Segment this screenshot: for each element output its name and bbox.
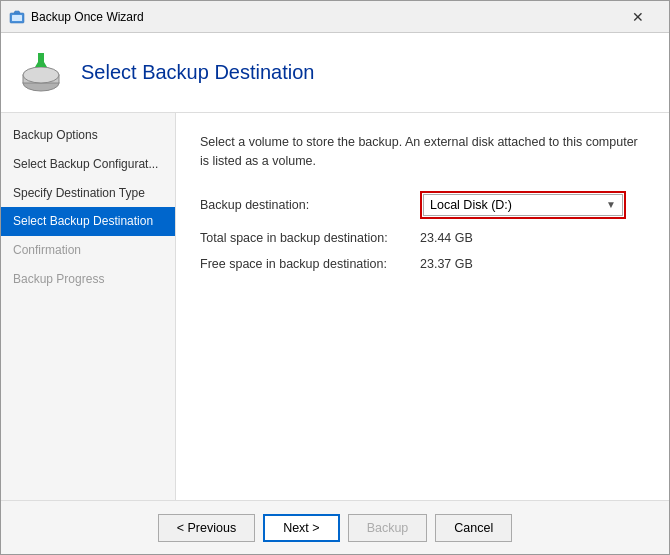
title-bar-left: Backup Once Wizard (9, 9, 144, 25)
sidebar: Backup Options Select Backup Configurat.… (1, 113, 176, 500)
sidebar-item-select-backup-configuration[interactable]: Select Backup Configurat... (1, 150, 175, 179)
backup-button: Backup (348, 514, 428, 542)
header-title: Select Backup Destination (81, 61, 314, 84)
sidebar-item-backup-progress: Backup Progress (1, 265, 175, 294)
svg-rect-6 (38, 53, 44, 67)
destination-dropdown-wrapper: Local Disk (D:) ▼ (420, 191, 626, 219)
svg-point-4 (23, 67, 59, 83)
sidebar-item-backup-options[interactable]: Backup Options (1, 121, 175, 150)
free-space-value: 23.37 GB (420, 257, 473, 271)
title-bar-text: Backup Once Wizard (31, 10, 144, 24)
wizard-window: Backup Once Wizard ✕ Select Backup Desti… (0, 0, 670, 555)
content-area: Backup Options Select Backup Configurat.… (1, 113, 669, 500)
chevron-down-icon: ▼ (606, 199, 616, 210)
total-space-row: Total space in backup destination: 23.44… (200, 231, 645, 245)
sidebar-item-select-backup-destination[interactable]: Select Backup Destination (1, 207, 175, 236)
footer: < Previous Next > Backup Cancel (1, 500, 669, 554)
backup-destination-row: Backup destination: Local Disk (D:) ▼ (200, 191, 645, 219)
backup-destination-label: Backup destination: (200, 198, 420, 212)
sidebar-item-confirmation: Confirmation (1, 236, 175, 265)
close-button[interactable]: ✕ (615, 1, 661, 33)
main-content: Select a volume to store the backup. An … (176, 113, 669, 500)
header: Select Backup Destination (1, 33, 669, 113)
svg-rect-1 (12, 15, 22, 21)
destination-dropdown[interactable]: Local Disk (D:) ▼ (423, 194, 623, 216)
previous-button[interactable]: < Previous (158, 514, 255, 542)
free-space-label: Free space in backup destination: (200, 257, 420, 271)
free-space-row: Free space in backup destination: 23.37 … (200, 257, 645, 271)
title-bar: Backup Once Wizard ✕ (1, 1, 669, 33)
sidebar-item-specify-destination-type[interactable]: Specify Destination Type (1, 179, 175, 208)
header-icon (17, 49, 65, 97)
app-icon (9, 9, 25, 25)
total-space-label: Total space in backup destination: (200, 231, 420, 245)
next-button[interactable]: Next > (263, 514, 339, 542)
total-space-value: 23.44 GB (420, 231, 473, 245)
description-text: Select a volume to store the backup. An … (200, 133, 645, 171)
dropdown-value: Local Disk (D:) (430, 198, 512, 212)
cancel-button[interactable]: Cancel (435, 514, 512, 542)
